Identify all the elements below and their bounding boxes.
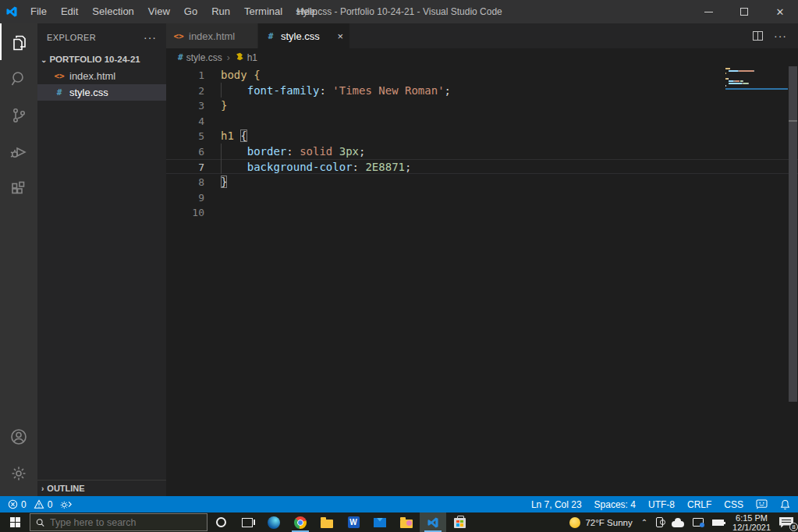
line-content: font-family: 'Times New Roman'; <box>221 83 451 98</box>
minimap-line <box>725 76 788 77</box>
indent-guide <box>221 159 222 175</box>
code-line[interactable]: 5h1 { <box>166 128 798 144</box>
taskbar-clock[interactable]: 6:15 PM 12/1/2021 <box>732 513 771 532</box>
chrome-icon[interactable] <box>287 512 314 532</box>
tab-close-icon[interactable]: × <box>337 30 343 42</box>
minimap-line <box>725 90 788 92</box>
sidebar-file-style-css[interactable]: #style.css <box>37 84 166 101</box>
status-cursor-position[interactable]: Ln 7, Col 23 <box>531 499 582 510</box>
scrollbar-cursor-marker <box>789 120 797 122</box>
token: } <box>221 99 227 112</box>
maximize-button[interactable] <box>726 0 762 23</box>
sidebar-file-index-html[interactable]: <>index.html <box>37 68 166 84</box>
close-button[interactable]: ✕ <box>762 0 798 23</box>
vscode-taskbar-icon[interactable] <box>420 512 446 532</box>
code-line[interactable]: 1body { <box>166 67 798 83</box>
onedrive-cloud-icon[interactable] <box>672 521 684 527</box>
minimap[interactable] <box>725 68 788 161</box>
word-icon[interactable]: W <box>340 512 367 532</box>
line-content: h1 { <box>221 129 247 143</box>
accounts-icon[interactable] <box>0 418 37 455</box>
breadcrumb[interactable]: # style.css › h1 <box>166 48 798 66</box>
menu-item-selection[interactable]: Selection <box>85 0 140 23</box>
token: 'Times New Roman' <box>332 84 444 97</box>
token: border <box>247 145 287 158</box>
microsoft-store-icon[interactable] <box>446 512 473 532</box>
minimap-line <box>725 83 788 84</box>
task-view-icon[interactable] <box>234 512 261 532</box>
menu-item-run[interactable]: Run <box>204 0 237 23</box>
explorer-icon[interactable] <box>0 23 37 60</box>
weather-widget[interactable]: 72°F Sunny <box>569 517 632 528</box>
minimap-line <box>725 85 788 87</box>
run-debug-icon[interactable] <box>0 133 37 170</box>
notifications-bell-icon[interactable] <box>780 499 790 510</box>
code-line[interactable]: 10 <box>166 204 798 220</box>
code-line[interactable]: 9 <box>166 190 798 205</box>
minimap-token <box>725 73 726 74</box>
code-line[interactable]: 4 <box>166 113 798 129</box>
code-line[interactable]: 6 border: solid 3px; <box>166 144 798 159</box>
tab-index-html[interactable]: <>index.html <box>166 23 258 48</box>
hidden-icons-chevron[interactable]: ⌃ <box>641 518 647 527</box>
menu-item-file[interactable]: File <box>23 0 54 23</box>
battery-icon[interactable] <box>712 520 724 526</box>
start-button[interactable] <box>0 512 30 532</box>
gear-caret-icon[interactable] <box>60 499 73 509</box>
problems-indicator[interactable]: 0 0 <box>8 499 52 510</box>
folder-root[interactable]: ⌄ PORTFOLIO 10-24-21 <box>37 51 166 68</box>
status-encoding[interactable]: UTF-8 <box>648 499 675 510</box>
token: 3px <box>339 145 359 158</box>
token: : <box>319 84 332 97</box>
search-icon[interactable] <box>0 60 37 97</box>
explorer-more-actions-icon[interactable]: ··· <box>144 31 157 44</box>
notification-badge: 8 <box>789 523 798 531</box>
file-explorer-icon[interactable] <box>314 512 340 532</box>
code-line[interactable]: 7 background-color: 2E8871; <box>166 159 798 175</box>
extensions-icon[interactable] <box>0 170 37 207</box>
code-lines: 1body {2 font-family: 'Times New Roman';… <box>166 67 798 220</box>
split-editor-icon[interactable] <box>753 31 763 41</box>
token: { <box>254 69 260 81</box>
editor-more-actions-icon[interactable]: ··· <box>774 32 787 40</box>
notification-center-icon[interactable]: 8 <box>779 517 793 528</box>
taskbar-search[interactable] <box>30 513 207 531</box>
status-eol-sequence[interactable]: CRLF <box>687 499 711 510</box>
status-language-mode[interactable]: CSS <box>724 499 743 510</box>
code-line[interactable]: 2 font-family: 'Times New Roman'; <box>166 83 798 98</box>
cortana-icon[interactable] <box>207 512 234 532</box>
display-tray-icon[interactable] <box>693 518 704 527</box>
line-content: } <box>221 98 227 112</box>
settings-gear-icon[interactable] <box>0 455 37 491</box>
menu-item-go[interactable]: Go <box>177 0 204 23</box>
outline-section[interactable]: › OUTLINE <box>37 480 166 496</box>
source-control-icon[interactable] <box>0 97 37 133</box>
scrollbar-slider[interactable] <box>789 66 797 402</box>
line-content: } <box>221 175 227 189</box>
tab-style-css[interactable]: #style.css× <box>258 23 350 48</box>
edge-icon[interactable] <box>261 512 287 532</box>
mail-icon[interactable] <box>367 512 393 532</box>
menu-item-edit[interactable]: Edit <box>54 0 85 23</box>
photos-folder-icon[interactable] <box>393 512 420 532</box>
minimap-token <box>729 70 738 72</box>
code-editor[interactable]: 1body {2 font-family: 'Times New Roman';… <box>166 66 798 496</box>
indent-guide <box>221 83 222 98</box>
menu-item-terminal[interactable]: Terminal <box>237 0 289 23</box>
status-indentation[interactable]: Spaces: 4 <box>594 499 636 510</box>
code-line[interactable]: 8} <box>166 174 798 190</box>
code-line[interactable]: 3} <box>166 98 798 113</box>
menu-item-view[interactable]: View <box>141 0 177 23</box>
search-glyph-icon <box>36 518 44 527</box>
vertical-scrollbar[interactable] <box>788 66 798 496</box>
minimize-button[interactable] <box>690 0 726 23</box>
line-content: body { <box>221 68 261 82</box>
minimap-token <box>748 83 749 84</box>
phone-tray-icon[interactable] <box>656 517 663 527</box>
search-input[interactable] <box>50 517 201 528</box>
warning-icon <box>34 499 44 509</box>
minimap-token <box>729 83 742 84</box>
line-number: 2 <box>166 83 204 98</box>
title-bar: FileEditSelectionViewGoRunTerminalHelp s… <box>0 0 798 23</box>
feedback-smiley-icon[interactable] <box>756 499 768 509</box>
